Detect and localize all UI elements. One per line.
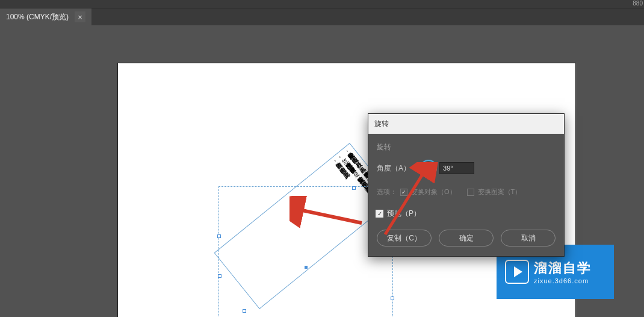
ruler-value: 880 bbox=[633, 0, 643, 7]
angle-label: 角度（A）： bbox=[377, 163, 418, 174]
dialog-title[interactable]: 旋转 bbox=[368, 114, 564, 134]
angle-input[interactable] bbox=[439, 162, 474, 174]
selection-handle[interactable] bbox=[243, 309, 246, 313]
selection-handle[interactable] bbox=[217, 234, 221, 238]
transform-objects-checkbox[interactable] bbox=[400, 189, 407, 196]
doc-tab-label: 100% (CMYK/预览) bbox=[6, 12, 69, 22]
selection-handle[interactable] bbox=[391, 297, 394, 300]
close-icon[interactable]: × bbox=[75, 11, 85, 22]
selection-center-handle[interactable] bbox=[304, 265, 308, 269]
ok-button[interactable]: 确定 bbox=[439, 230, 494, 246]
transform-patterns-label: 变换图案（T） bbox=[478, 187, 522, 196]
options-label: 选项： bbox=[377, 187, 397, 196]
text-content: 是非成败转头空，青山依旧在，看秋月 春风。一壶浊酒喜相逢，古今多少事。滚 滚长江… bbox=[218, 147, 391, 305]
watermark-title: 溜溜自学 bbox=[534, 259, 592, 277]
cancel-button[interactable]: 取消 bbox=[501, 230, 556, 246]
top-toolbar bbox=[0, 0, 644, 8]
selection-handle[interactable] bbox=[352, 186, 356, 190]
selection-handle[interactable] bbox=[218, 274, 221, 278]
rotate-dialog: 旋转 旋转 角度（A）： 选项： 变换对象（O） 变换图案（T） 预览（P） 复… bbox=[368, 113, 565, 257]
transform-objects-label: 变换对象（O） bbox=[411, 187, 456, 196]
play-icon bbox=[505, 260, 529, 284]
transform-patterns-checkbox[interactable] bbox=[467, 189, 474, 196]
rotate-section-label: 旋转 bbox=[377, 142, 556, 152]
preview-checkbox[interactable] bbox=[376, 210, 383, 218]
watermark-url: zixue.3d66.com bbox=[534, 277, 592, 284]
document-tab-bar: 100% (CMYK/预览) × bbox=[0, 8, 644, 25]
angle-dial[interactable] bbox=[420, 160, 437, 177]
preview-label: 预览（P） bbox=[387, 209, 421, 219]
copy-button[interactable]: 复制（C） bbox=[377, 230, 432, 246]
document-tab[interactable]: 100% (CMYK/预览) × bbox=[0, 8, 91, 25]
